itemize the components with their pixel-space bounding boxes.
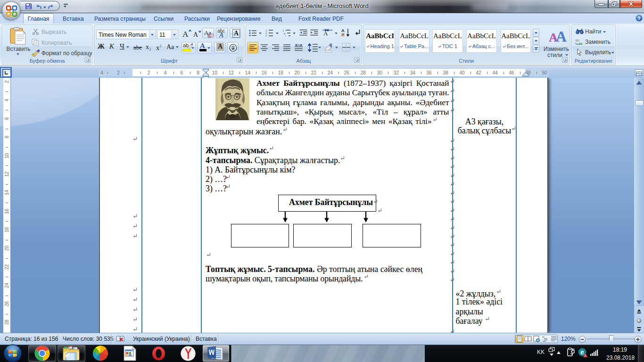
svg-text:e: e xyxy=(580,348,584,356)
svg-text:Я: Я xyxy=(341,33,344,37)
svg-text:3: 3 xyxy=(265,35,267,37)
svg-text:ac: ac xyxy=(578,41,583,45)
svg-text:!: ! xyxy=(585,354,586,357)
svg-text:i: i xyxy=(285,35,286,37)
